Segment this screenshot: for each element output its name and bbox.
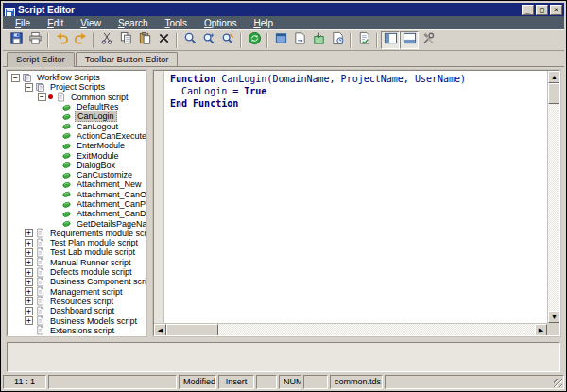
tree-item-management-script[interactable]: +Management script	[9, 287, 146, 297]
tree-item-resources-script[interactable]: +Resources script	[9, 297, 146, 306]
status-spacer-2	[256, 375, 277, 389]
close-button[interactable]: ×	[550, 5, 562, 15]
collapse-icon[interactable]: −	[38, 93, 46, 101]
tree-item-attachment-canopen[interactable]: Attachment_CanOpen	[9, 190, 146, 199]
expand-icon[interactable]: +	[25, 258, 33, 266]
help-button[interactable]: ?	[545, 33, 560, 48]
scroll-down-arrow-icon[interactable]: ▼	[548, 311, 560, 323]
modified-indicator: Modified	[179, 375, 216, 389]
scroll-right-arrow-icon[interactable]: ▶	[535, 324, 547, 336]
code-editor[interactable]: Function CanLogin(DomainName, ProjectNam…	[165, 71, 547, 323]
resize-grip[interactable]	[554, 379, 562, 387]
script-tree-panel[interactable]: −Workflow Scripts−Project Scripts−Common…	[7, 70, 146, 336]
tree-item-business-component-script[interactable]: +Business Component script	[9, 277, 146, 286]
window-title: Script Editor	[18, 5, 522, 15]
vertical-scrollbar[interactable]: ▲ ▼	[547, 71, 559, 323]
find-button[interactable]	[180, 31, 199, 49]
minimize-button[interactable]: _	[522, 5, 534, 15]
horizontal-scrollbar[interactable]: ◀ ▶	[154, 323, 547, 335]
tree-item-attachment-candelete[interactable]: Attachment_CanDelete	[9, 209, 146, 218]
cut-button[interactable]	[97, 31, 116, 49]
expand-icon[interactable]: +	[25, 248, 33, 257]
tree-item-requirements-module-script[interactable]: +Requirements module script	[9, 229, 146, 238]
scroll-left-arrow-icon[interactable]: ◀	[154, 324, 166, 336]
tree-item-test-lab-module-script[interactable]: +Test Lab module script	[9, 247, 146, 257]
expand-icon[interactable]: +	[25, 307, 33, 315]
tree-item-entermodule[interactable]: EnterModule	[9, 141, 146, 150]
delete-button[interactable]	[154, 31, 173, 49]
tree-item-cancustomize[interactable]: CanCustomize	[9, 170, 146, 179]
maximize-button[interactable]: □	[536, 5, 548, 15]
undo-button[interactable]	[52, 31, 71, 49]
horizontal-scroll-thumb[interactable]	[166, 324, 218, 336]
expand-icon[interactable]: +	[25, 268, 33, 277]
tree-item-attachment-canpost[interactable]: Attachment_CanPost	[9, 199, 146, 209]
expand-icon[interactable]: +	[25, 229, 33, 237]
tree-item-dashboard-script[interactable]: +Dashboard script	[9, 306, 146, 315]
syntax-check-button[interactable]	[354, 31, 373, 49]
stack-icon	[35, 82, 45, 93]
save-button[interactable]	[7, 31, 26, 49]
title-bar[interactable]: Script Editor _ □ ×	[3, 3, 564, 16]
expand-icon[interactable]: +	[25, 316, 33, 325]
expand-icon[interactable]: +	[25, 297, 33, 305]
scroll-up-arrow-icon[interactable]: ▲	[548, 71, 560, 83]
expand-icon[interactable]: +	[25, 278, 33, 286]
replace-icon	[221, 31, 235, 49]
tab-toolbar-button-editor[interactable]: Toolbar Button Editor	[76, 52, 179, 66]
tree-item-manual-runner-script[interactable]: +Manual Runner script	[9, 258, 146, 267]
tab-script-editor[interactable]: Script Editor	[7, 52, 75, 67]
expand-icon[interactable]: +	[25, 239, 33, 247]
menu-tools[interactable]: Tools	[157, 17, 196, 29]
paste-button[interactable]	[135, 31, 154, 49]
editor-gutter	[154, 71, 164, 323]
go-to-page-button[interactable]	[290, 31, 309, 49]
print-icon	[28, 31, 43, 49]
find-next-button[interactable]	[199, 31, 218, 49]
tree-item-actioncanexecute[interactable]: ActionCanExecute	[9, 131, 146, 141]
tree-item-exitmodule[interactable]: ExitModule	[9, 150, 146, 160]
menu-file[interactable]: File	[7, 17, 39, 29]
panel-splitter[interactable]	[146, 70, 153, 336]
toggle-tree-pane-icon	[384, 31, 398, 49]
toggle-message-pane-button[interactable]	[400, 31, 419, 49]
expand-icon[interactable]: +	[25, 287, 33, 296]
tree-item-getdetailspagename[interactable]: GetDetailsPageName	[9, 218, 146, 228]
tree-item-extensions-script[interactable]: Extensions script	[9, 326, 146, 335]
toggle-tree-pane-button[interactable]	[381, 31, 400, 49]
tree-item-label: Workflow Scripts	[35, 73, 102, 82]
paste-icon	[138, 31, 152, 49]
replace-button[interactable]	[218, 31, 237, 49]
menu-help[interactable]: Help	[245, 17, 282, 29]
tree-item-attachment-new[interactable]: Attachment_New	[9, 179, 146, 189]
tree-item-business-models-script[interactable]: +Business Models script	[9, 315, 146, 325]
tree-item-common-script[interactable]: −Common script	[9, 93, 146, 102]
sync-scripts-button[interactable]	[245, 31, 264, 49]
tree-item-label: ExitModule	[75, 151, 121, 161]
collapse-icon[interactable]: −	[11, 74, 20, 82]
tree-item-dialogbox[interactable]: DialogBox	[9, 161, 146, 170]
menu-edit[interactable]: Edit	[39, 17, 72, 29]
properties-window-button[interactable]	[271, 31, 290, 49]
tree-item-test-plan-module-script[interactable]: +Test Plan module script	[9, 238, 146, 247]
copy-button[interactable]	[116, 31, 135, 49]
tree-item-label: GetDetailsPageName	[75, 219, 146, 229]
import-script-button[interactable]	[309, 31, 328, 49]
menu-view[interactable]: View	[72, 17, 110, 29]
page-history-button[interactable]	[328, 31, 347, 49]
tree-item-defects-module-script[interactable]: +Defects module script	[9, 267, 146, 277]
insert-mode-indicator: Insert	[218, 375, 254, 389]
print-button[interactable]	[26, 31, 44, 49]
tree-item-label: Test Plan module script	[48, 238, 140, 247]
tree-item-canlogin[interactable]: CanLogin	[9, 111, 146, 121]
doc-icon	[35, 325, 45, 335]
tree-item-canlogout[interactable]: CanLogout	[9, 121, 146, 130]
menu-search[interactable]: Search	[110, 17, 157, 29]
tree-item-workflow-scripts[interactable]: −Workflow Scripts	[9, 73, 146, 82]
collapse-icon[interactable]: −	[25, 83, 33, 92]
tree-item-project-scripts[interactable]: −Project Scripts	[9, 82, 146, 92]
redo-button[interactable]	[71, 31, 90, 49]
vertical-scroll-thumb[interactable]	[548, 83, 560, 104]
customize-toolbar-button[interactable]	[419, 31, 438, 49]
menu-options[interactable]: Options	[196, 17, 245, 29]
